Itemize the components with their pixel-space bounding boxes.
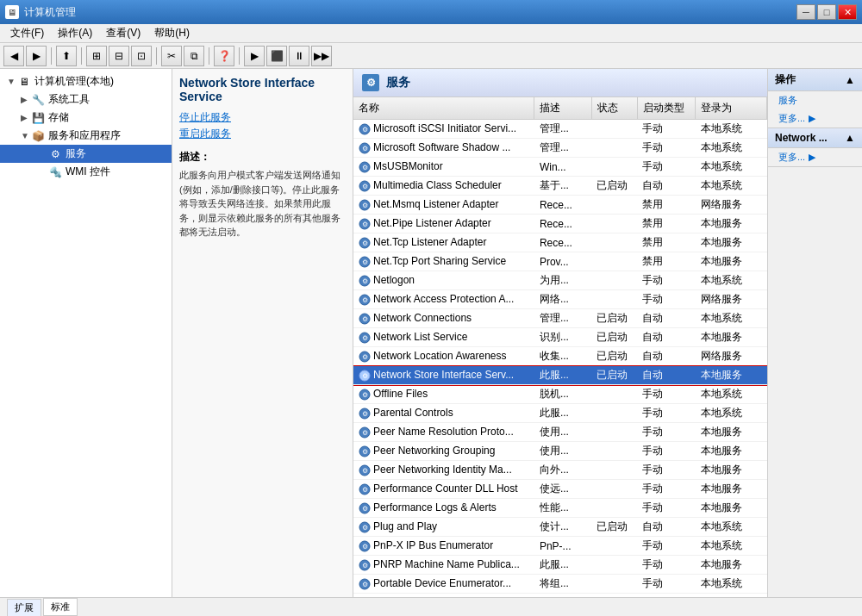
cell-status [591, 139, 637, 158]
table-row[interactable]: ⚙Microsoft iSCSI Initiator Servi... 管理..… [353, 120, 767, 139]
action-more-1[interactable]: 更多... ▶ [768, 109, 862, 128]
table-row[interactable]: ⚙Multimedia Class Scheduler 基于... 已启动 自动… [353, 177, 767, 196]
svg-text:⚙: ⚙ [362, 448, 368, 456]
toolbar: ◀ ▶ ⬆ ⊞ ⊟ ⊡ ✂ ⧉ ❓ ▶ ⬛ ⏸ ▶▶ [0, 43, 862, 69]
restart-service-link[interactable]: 重启此服务 [179, 127, 346, 141]
table-row[interactable]: ⚙Portable Device Enumerator... 将组... 手动 … [353, 575, 767, 594]
table-row[interactable]: ⚙Microsoft Software Shadow ... 管理... 手动 … [353, 139, 767, 158]
tree-item-services[interactable]: ⚙ 服务 [0, 145, 172, 163]
table-row[interactable]: ⚙PnP-X IP Bus Enumerator PnP-... 手动 本地系统 [353, 537, 767, 556]
action-title-main[interactable]: 操作 ▲ [768, 69, 862, 91]
col-desc[interactable]: 描述 [534, 97, 591, 120]
cell-startup: 禁用 [637, 233, 695, 252]
show-hide-btn3[interactable]: ⊡ [131, 46, 152, 66]
svg-text:⚙: ⚙ [362, 240, 368, 247]
table-row[interactable]: ⚙Network List Service 识别... 已启动 自动 本地服务 [353, 328, 767, 347]
svg-text:⚙: ⚙ [362, 221, 368, 228]
pause-btn[interactable]: ⏸ [289, 46, 309, 66]
tab-extend[interactable]: 扩展 [7, 599, 41, 616]
action-services-label[interactable]: 服务 [768, 91, 862, 109]
tree-item-system[interactable]: ▶ 🔧 系统工具 [0, 90, 172, 109]
close-button[interactable]: ✕ [838, 4, 857, 20]
table-row[interactable]: ⚙Peer Networking Grouping 使用... 手动 本地服务 [353, 442, 767, 461]
table-row[interactable]: ⚙Offline Files 脱机... 手动 本地系统 [353, 385, 767, 404]
back-button[interactable]: ◀ [3, 46, 24, 66]
cell-status: 已启动 [591, 328, 637, 347]
table-row[interactable]: ⚙Net.Tcp Listener Adapter Rece... 禁用 本地服… [353, 233, 767, 252]
action-network-icon: ▲ [845, 132, 855, 144]
tree-item-services-app[interactable]: ▼ 📦 服务和应用程序 [0, 127, 172, 145]
table-row[interactable]: ⚙MsUSBMonitor Win... 手动 本地系统 [353, 158, 767, 177]
computer-icon: 🖥 [17, 75, 31, 89]
cell-desc: 使用... [534, 423, 591, 442]
svg-text:⚙: ⚙ [362, 505, 368, 513]
tree-root[interactable]: ▼ 🖥 计算机管理(本地) [0, 72, 172, 90]
help-btn[interactable]: ❓ [214, 46, 234, 66]
cell-name: ⚙MsUSBMonitor [353, 158, 534, 177]
cell-name: ⚙Plug and Play [353, 518, 534, 537]
cell-status: 已启动 [591, 309, 637, 328]
cell-startup: 手动 [637, 575, 695, 594]
services-header: ⚙ 服务 [353, 69, 767, 97]
paste-btn[interactable]: ⧉ [184, 46, 204, 66]
action-section-network: Network ... ▲ 更多... ▶ [768, 128, 862, 167]
show-hide-btn2[interactable]: ⊟ [109, 46, 129, 66]
cell-startup: 手动 [637, 442, 695, 461]
table-row[interactable]: ⚙Peer Networking Identity Ma... 向外... 手动… [353, 461, 767, 480]
cell-startup: 手动 [637, 120, 695, 139]
cell-logon: 本地系统 [696, 575, 767, 594]
cell-logon: 网络服务 [696, 290, 767, 309]
svg-text:⚙: ⚙ [362, 258, 368, 266]
svg-text:⚙: ⚙ [362, 581, 368, 588]
menu-view[interactable]: 查看(V) [99, 24, 147, 42]
table-row[interactable]: ⚙Net.Msmq Listener Adapter Rece... 禁用 网络… [353, 196, 767, 215]
menu-help[interactable]: 帮助(H) [147, 24, 197, 42]
cell-status: 已启动 [591, 347, 637, 366]
chevron-right-icon-1: ▶ [809, 113, 815, 124]
table-row[interactable]: ⚙Network Location Awareness 收集... 已启动 自动… [353, 347, 767, 366]
table-row[interactable]: ⚙Network Access Protection A... 网络... 手动… [353, 290, 767, 309]
app-icon: 🖥 [5, 5, 19, 19]
tree-item-wmi[interactable]: 🔩 WMI 控件 [0, 163, 172, 181]
table-row[interactable]: ⚙Performance Counter DLL Host 使远... 手动 本… [353, 480, 767, 499]
table-row[interactable]: ⚙Netlogon 为用... 手动 本地系统 [353, 271, 767, 290]
table-row[interactable]: ⚙Network Store Interface Serv... 此服... 已… [353, 366, 767, 385]
table-row[interactable]: ⚙Performance Logs & Alerts 性能... 手动 本地服务 [353, 499, 767, 518]
up-button[interactable]: ⬆ [56, 46, 77, 66]
table-row[interactable]: ⚙Plug and Play 使计... 已启动 自动 本地系统 [353, 518, 767, 537]
stop-btn[interactable]: ⬛ [266, 46, 287, 66]
col-name[interactable]: 名称 [353, 97, 534, 120]
table-row[interactable]: ⚙Net.Tcp Port Sharing Service Prov... 禁用… [353, 252, 767, 271]
menu-action[interactable]: 操作(A) [51, 24, 99, 42]
forward-button[interactable]: ▶ [26, 46, 47, 66]
table-row[interactable]: ⚙Net.Pipe Listener Adapter Rece... 禁用 本地… [353, 215, 767, 233]
table-row[interactable]: ⚙Peer Name Resolution Proto... 使用... 手动 … [353, 423, 767, 442]
table-row[interactable]: ⚙PNRP Machine Name Publica... 此服... 手动 本… [353, 556, 767, 575]
stop-service-link[interactable]: 停止此服务 [179, 110, 346, 125]
table-row[interactable]: ⚙Parental Controls 此服... 手动 本地系统 [353, 404, 767, 423]
cell-name: ⚙Performance Logs & Alerts [353, 499, 534, 518]
play-btn[interactable]: ▶ [244, 46, 265, 66]
tab-standard[interactable]: 标准 [43, 598, 78, 616]
col-status[interactable]: 状态 [591, 97, 637, 120]
table-container[interactable]: 名称 描述 状态 启动类型 登录为 ⚙Microsoft iSCSI Initi… [353, 97, 767, 597]
restore-button[interactable]: □ [817, 4, 836, 20]
col-logon[interactable]: 登录为 [696, 97, 767, 120]
window-controls[interactable]: ─ □ ✕ [796, 4, 857, 20]
action-more-2[interactable]: 更多... ▶ [768, 148, 862, 166]
table-row[interactable]: ⚙Network Connections 管理... 已启动 自动 本地系统 [353, 309, 767, 328]
cell-name: ⚙Peer Networking Grouping [353, 442, 534, 461]
cell-status [591, 499, 637, 518]
copy-btn[interactable]: ✂ [161, 46, 182, 66]
action-title-network[interactable]: Network ... ▲ [768, 128, 862, 148]
cell-logon: 本地服务 [696, 442, 767, 461]
cell-status: 已启动 [591, 366, 637, 385]
menu-file[interactable]: 文件(F) [3, 24, 51, 42]
col-startup[interactable]: 启动类型 [637, 97, 695, 120]
restart-btn[interactable]: ▶▶ [311, 46, 332, 66]
show-hide-btn1[interactable]: ⊞ [86, 46, 107, 66]
minimize-button[interactable]: ─ [796, 4, 815, 20]
tree-item-storage[interactable]: ▶ 💾 存储 [0, 109, 172, 127]
cell-status [591, 233, 637, 252]
svg-text:⚙: ⚙ [362, 164, 368, 171]
